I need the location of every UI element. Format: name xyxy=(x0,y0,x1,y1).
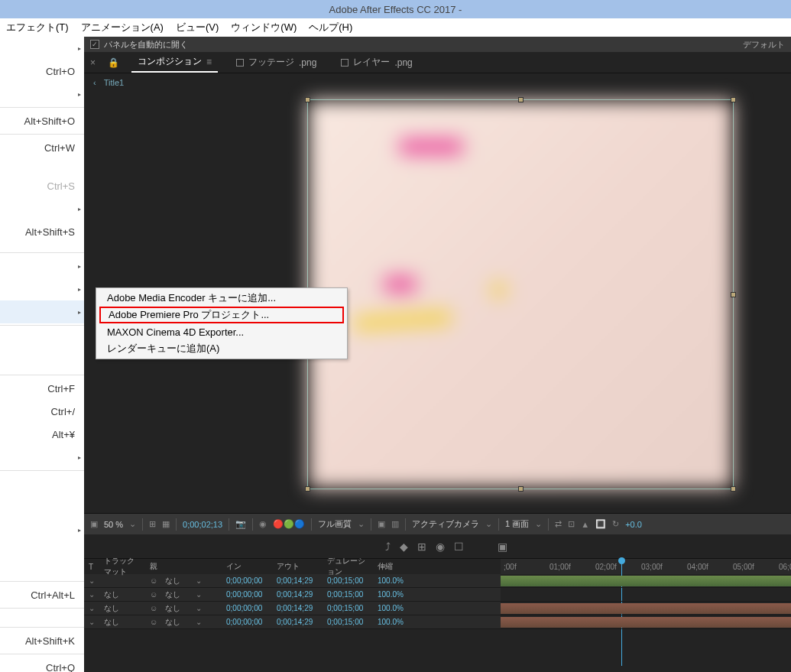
layer-row[interactable]: ⌄ なし ☺ なし ⌄ 0;00;00;00 0;00;14;29 0;00;1… xyxy=(84,588,501,602)
menu-item[interactable] xyxy=(0,83,84,106)
breadcrumb-title[interactable]: Title1 xyxy=(104,78,125,87)
pixel-aspect-icon[interactable]: ⊡ xyxy=(568,519,575,529)
composition-canvas[interactable]: ■■■■ ■■ ■ ■■■■■■■ xyxy=(307,99,734,489)
menu-effect[interactable]: エフェクト(T) xyxy=(6,21,69,34)
out-value[interactable]: 0;00;14;29 xyxy=(272,604,323,612)
menu-open-recent[interactable]: Alt+Shift+O xyxy=(0,109,84,132)
pickwhip-icon[interactable]: ☺ xyxy=(145,618,160,626)
col-stretch[interactable]: 伸縮 xyxy=(373,561,411,572)
parent-value[interactable]: なし xyxy=(160,576,191,586)
in-value[interactable]: 0;00;00;00 xyxy=(222,590,272,599)
chevron-left-icon[interactable]: ‹ xyxy=(93,78,96,87)
col-parent[interactable]: 親 xyxy=(145,561,191,572)
fast-preview-icon[interactable]: ▲ xyxy=(581,520,589,529)
out-value[interactable]: 0;00;14;29 xyxy=(272,576,323,585)
in-value[interactable]: 0;00;00;00 xyxy=(222,604,272,612)
frame-blend-icon[interactable]: ⊞ xyxy=(417,541,426,553)
camera-select[interactable]: アクティブカメラ xyxy=(412,518,479,530)
sync-icon[interactable]: ⇄ xyxy=(555,519,562,529)
in-value[interactable]: 0;00;00;00 xyxy=(222,576,272,585)
timeline-tracks[interactable] xyxy=(501,574,791,629)
layer-bar[interactable] xyxy=(501,602,791,615)
resize-handle[interactable] xyxy=(518,486,524,492)
grid-icon[interactable]: ▦ xyxy=(162,519,170,529)
col-duration[interactable]: デュレーション xyxy=(323,556,373,577)
expand-icon[interactable]: ⌄ xyxy=(84,576,99,585)
trackmat-value[interactable]: なし xyxy=(99,617,145,628)
tab-composition[interactable]: コンポジション ≡ xyxy=(131,52,218,73)
menu-ctrl-slash[interactable]: Ctrl+/ xyxy=(0,400,84,423)
col-t[interactable]: T xyxy=(84,563,99,571)
transparency-grid-icon[interactable]: ▣ xyxy=(378,519,385,529)
hamburger-icon[interactable]: ≡ xyxy=(206,57,212,67)
menu-help[interactable]: ヘルプ(H) xyxy=(309,21,352,34)
chevron-down-icon[interactable]: ⌄ xyxy=(191,618,206,626)
dur-value[interactable]: 0;00;15;00 xyxy=(323,618,373,626)
out-value[interactable]: 0;00;14;29 xyxy=(272,590,323,599)
menu-project-settings[interactable]: Alt+Shift+K xyxy=(0,629,84,652)
auto-open-checkbox[interactable]: ✓ xyxy=(90,40,99,49)
workspace-label[interactable]: デフォルト xyxy=(743,39,785,50)
chevron-down-icon[interactable]: ⌄ xyxy=(191,604,206,612)
mountain-icon[interactable]: ▣ xyxy=(90,519,98,529)
menu-find[interactable]: Ctrl+F xyxy=(0,377,84,400)
parent-value[interactable]: なし xyxy=(160,603,191,614)
chevron-down-icon[interactable]: ⌄ xyxy=(358,519,365,529)
brainstorm-icon[interactable]: ☐ xyxy=(454,541,464,553)
3d-icon[interactable]: 🔳 xyxy=(595,519,606,529)
quality-select[interactable]: フル画質 xyxy=(318,518,352,530)
stretch-value[interactable]: 100.0% xyxy=(373,618,411,626)
resize-handle[interactable] xyxy=(731,486,736,492)
roi-icon[interactable]: ▥ xyxy=(391,519,399,529)
refresh-icon[interactable]: ↻ xyxy=(612,519,619,529)
resolution-icon[interactable]: ⊞ xyxy=(149,519,156,529)
layer-bar[interactable] xyxy=(501,615,791,629)
dur-value[interactable]: 0;00;15;00 xyxy=(323,576,373,585)
pickwhip-icon[interactable]: ☺ xyxy=(145,604,160,612)
menu-collect-files[interactable]: Ctrl+Alt+L xyxy=(0,583,84,606)
views-select[interactable]: 1 画面 xyxy=(505,518,529,530)
tab-footage[interactable]: フッテージ .png xyxy=(230,53,323,72)
pickwhip-icon[interactable]: ☺ xyxy=(145,576,160,585)
parent-value[interactable]: なし xyxy=(160,617,191,628)
resize-handle[interactable] xyxy=(305,97,310,102)
layer-bar[interactable] xyxy=(501,588,791,602)
trackmat-value[interactable]: なし xyxy=(99,603,145,614)
stretch-value[interactable]: 100.0% xyxy=(373,604,411,612)
col-out[interactable]: アウト xyxy=(272,561,323,572)
chevron-down-icon[interactable]: ⌄ xyxy=(535,519,542,529)
trackmat-value[interactable]: なし xyxy=(99,589,145,600)
layer-row[interactable]: ⌄ ☺ なし ⌄ 0;00;00;00 0;00;14;29 0;00;15;0… xyxy=(84,574,501,588)
camera-icon[interactable]: 📷 xyxy=(235,519,246,529)
chevron-down-icon[interactable]: ⌄ xyxy=(191,590,206,599)
expand-icon[interactable]: ⌄ xyxy=(84,604,99,612)
resize-handle[interactable] xyxy=(305,486,310,492)
in-value[interactable]: 0;00;00;00 xyxy=(222,618,272,626)
resize-handle[interactable] xyxy=(518,97,524,102)
menu-item[interactable] xyxy=(0,255,84,278)
menu-export[interactable] xyxy=(0,300,84,323)
graph-editor-icon[interactable]: ⤴ xyxy=(385,541,391,553)
chevron-down-icon[interactable]: ⌄ xyxy=(485,519,492,529)
menu-item[interactable] xyxy=(0,197,84,220)
chevron-down-icon[interactable]: ⌄ xyxy=(191,576,206,585)
chevron-down-icon[interactable]: ⌄ xyxy=(129,519,136,529)
stretch-value[interactable]: 100.0% xyxy=(373,576,411,585)
parent-value[interactable]: なし xyxy=(160,589,191,600)
render-icon[interactable]: ▣ xyxy=(498,541,507,553)
stretch-value[interactable]: 100.0% xyxy=(373,590,411,599)
menu-item[interactable] xyxy=(0,518,84,541)
menu-close[interactable]: Ctrl+W xyxy=(0,136,84,159)
dur-value[interactable]: 0;00;15;00 xyxy=(323,604,373,612)
timecode[interactable]: 0;00;02;13 xyxy=(183,520,222,529)
menu-item[interactable] xyxy=(0,278,84,300)
motion-blur-icon[interactable]: ◉ xyxy=(436,541,445,553)
snapshot-icon[interactable]: ◉ xyxy=(259,519,267,529)
export-premiere[interactable]: Adobe Premiere Pro プロジェクト... xyxy=(99,307,344,323)
menu-animation[interactable]: アニメーション(A) xyxy=(81,21,164,34)
tab-layer[interactable]: レイヤー .png xyxy=(335,53,418,72)
layer-row[interactable]: ⌄ なし ☺ なし ⌄ 0;00;00;00 0;00;14;29 0;00;1… xyxy=(84,602,501,615)
shy-icon[interactable]: ◆ xyxy=(400,541,408,553)
menu-item[interactable] xyxy=(0,37,84,60)
menu-quit[interactable]: Ctrl+Q xyxy=(0,656,84,672)
